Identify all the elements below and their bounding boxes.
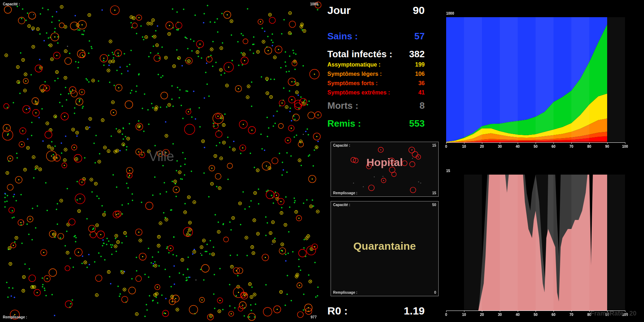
hospital-title: Hopital (331, 156, 438, 169)
symptomes-forts-label: Symptômes forts : (327, 80, 377, 87)
sains-value: 57 (414, 31, 425, 42)
r0-value: 1.19 (404, 305, 425, 317)
sains-label: Sains : (327, 31, 358, 42)
hospital-fill-value: 15 (432, 191, 436, 195)
stat-row-symptomes-forts: Symptômes forts : 36 (327, 80, 425, 87)
stat-row-asymptomatique: Assymptomatique : 199 (327, 62, 425, 68)
hospital-panel: Capacité : 15 Hopital Remplissage : 15 (331, 142, 439, 197)
quarantine-capacity-label: Capacité : (333, 203, 350, 207)
day-counter-row: Jour 90 (327, 4, 425, 16)
city-title: Ville (148, 149, 174, 164)
hospital-occupancy-chart (444, 168, 639, 317)
symptomes-extremes-label: Symptômes extrêmes : (327, 89, 390, 96)
city-fill-label: Remplissage : (3, 315, 27, 319)
epidemic-chart-panel (444, 11, 639, 148)
stat-row-sains: Sains : 57 (327, 31, 425, 42)
stat-row-remis: Remis : 553 (327, 118, 425, 129)
quarantine-title: Quarantaine (331, 240, 438, 252)
day-value: 90 (413, 4, 425, 16)
symptomes-forts-value: 36 (418, 80, 425, 87)
day-label: Jour (327, 4, 351, 16)
hospital-patients-canvas (331, 142, 438, 196)
city-panel: Capacité : 1000 Remplissage : 977 Ville (0, 0, 323, 322)
morts-value: 8 (420, 100, 425, 111)
quarantine-fill-label: Remplissage : (333, 291, 357, 294)
remis-label: Remis : (327, 118, 361, 129)
symptomes-extremes-value: 41 (418, 89, 425, 96)
asymptomatique-value: 199 (415, 62, 425, 68)
stat-row-morts: Morts : 8 (327, 100, 425, 111)
framerate-indicator: FrameRate : 20 (590, 310, 636, 317)
hospital-capacity-value: 15 (432, 143, 436, 147)
hospital-capacity-label: Capacité : (333, 143, 350, 147)
quarantine-capacity-value: 50 (432, 203, 436, 207)
city-capacity-label: Capacité : (3, 2, 20, 6)
city-fill-value: 977 (311, 315, 317, 319)
city-capacity-value: 1000 (310, 2, 318, 6)
quarantine-fill-value: 0 (434, 291, 436, 294)
r0-row: R0 : 1.19 (327, 305, 425, 317)
total-infectes-label: Total infectés : (327, 49, 392, 60)
epidemic-stacked-area-chart (444, 11, 639, 148)
remis-value: 553 (409, 118, 425, 129)
asymptomatique-label: Assymptomatique : (327, 62, 380, 68)
symptomes-legers-label: Symptômes légers : (327, 71, 382, 77)
hospital-chart-panel (444, 168, 639, 317)
quarantine-panel: Capacité : 50 Quarantaine Remplissage : … (331, 201, 439, 296)
stat-row-total-infectes: Total infectés : 382 (327, 49, 425, 60)
stat-row-symptomes-legers: Symptômes légers : 106 (327, 71, 425, 77)
total-infectes-value: 382 (409, 49, 425, 60)
app-root: Capacité : 1000 Remplissage : 977 Ville … (0, 0, 644, 322)
symptomes-legers-value: 106 (415, 71, 425, 77)
stat-row-symptomes-extremes: Symptômes extrêmes : 41 (327, 89, 425, 96)
hospital-fill-label: Remplissage : (333, 191, 357, 195)
r0-label: R0 : (327, 305, 348, 317)
morts-label: Morts : (327, 100, 358, 111)
